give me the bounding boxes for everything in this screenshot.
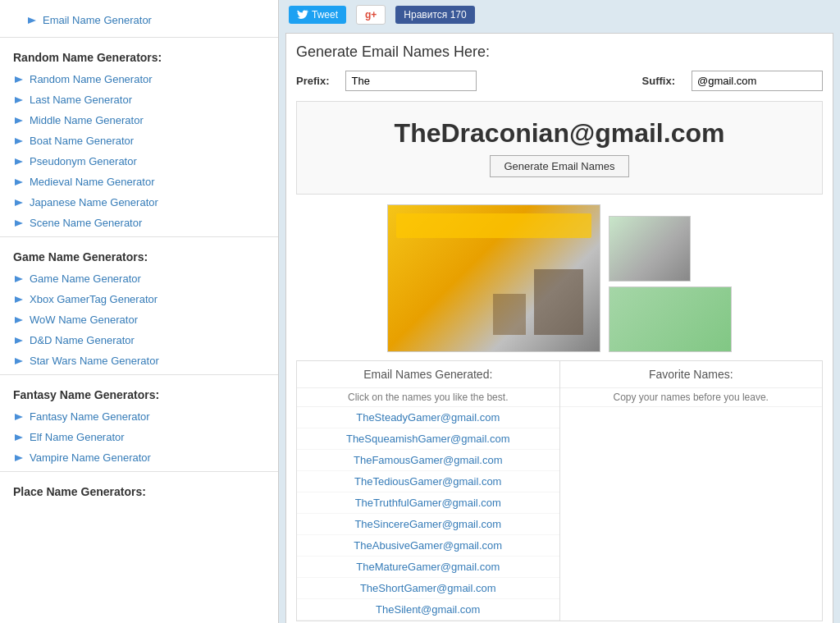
form-row: Prefix: Suffix: [296, 71, 823, 91]
sidebar-link-1-3[interactable]: D&D Name Generator [0, 330, 278, 350]
arrow-icon [13, 294, 25, 305]
results-subheader-left: Click on the names you like the best. [297, 388, 559, 407]
arrow-icon [26, 15, 38, 26]
result-item[interactable]: TheSteadyGamer@gmail.com [297, 407, 559, 428]
page-title: Generate Email Names Here: [296, 44, 823, 61]
svg-marker-0 [28, 17, 36, 24]
like-button[interactable]: Нравится 170 [395, 6, 474, 24]
sidebar-section-title-2: Fantasy Name Generators: [0, 378, 278, 406]
svg-marker-1 [15, 76, 23, 83]
svg-marker-10 [15, 296, 23, 303]
gplus-button[interactable]: g+ [356, 5, 386, 25]
ad-large [387, 204, 600, 352]
sidebar-link-0-5[interactable]: Medieval Name Generator [0, 172, 278, 192]
arrow-icon [13, 273, 25, 285]
svg-marker-14 [15, 414, 23, 420]
ad-small-2 [609, 286, 732, 352]
result-item[interactable]: TheShortGamer@gmail.com [297, 578, 559, 599]
sidebar-sections: Random Name Generators:Random Name Gener… [0, 37, 278, 503]
arrow-icon [13, 94, 25, 106]
prefix-label: Prefix: [296, 75, 329, 87]
sidebar-link-2-0[interactable]: Fantasy Name Generator [0, 406, 278, 427]
suffix-input[interactable] [692, 71, 823, 91]
svg-marker-3 [15, 117, 23, 124]
arrow-icon [13, 197, 25, 208]
result-item[interactable]: TheTruthfulGamer@gmail.com [297, 492, 559, 514]
sidebar-section-title-1: Game Name Generators: [0, 240, 278, 268]
arrow-icon [13, 314, 25, 326]
svg-marker-11 [15, 317, 23, 323]
generated-email-text: TheDraconian@gmail.com [313, 118, 806, 149]
arrow-icon [13, 411, 25, 423]
generated-email-box: TheDraconian@gmail.com Generate Email Na… [296, 101, 823, 195]
sidebar-top-link[interactable]: Email Name Generator [13, 10, 265, 30]
results-header-right: Favorite Names: [560, 361, 823, 388]
sidebar-link-0-6[interactable]: Japanese Name Generator [0, 192, 278, 213]
ad-small-1 [609, 216, 691, 282]
svg-marker-13 [15, 358, 23, 364]
svg-marker-7 [15, 199, 23, 206]
result-item[interactable]: TheMatureGamer@gmail.com [297, 557, 559, 578]
arrow-icon [13, 156, 25, 167]
result-item[interactable]: TheSilent@gmail.com [297, 599, 559, 621]
sidebar-link-0-4[interactable]: Pseudonym Generator [0, 151, 278, 172]
ad-area [296, 204, 823, 352]
results-section: Email Names Generated: Click on the name… [296, 360, 823, 621]
sidebar-link-1-4[interactable]: Star Wars Name Generator [0, 350, 278, 371]
sidebar-link-2-2[interactable]: Vampire Name Generator [0, 447, 278, 468]
result-item[interactable]: TheSincereGamer@gmail.com [297, 514, 559, 535]
sidebar-link-0-7[interactable]: Scene Name Generator [0, 213, 278, 233]
results-subheader-right: Copy your names before you leave. [560, 388, 823, 407]
arrow-icon [13, 115, 25, 126]
result-item[interactable]: TheTediousGamer@gmail.com [297, 471, 559, 492]
sidebar-link-1-1[interactable]: Xbox GamerTag Generator [0, 289, 278, 309]
top-bar: Tweet g+ Нравится 170 [279, 0, 840, 30]
result-item[interactable]: TheSqueamishGamer@gmail.com [297, 428, 559, 450]
arrow-icon [13, 74, 25, 85]
sidebar-link-0-1[interactable]: Last Name Generator [0, 89, 278, 110]
result-item[interactable]: TheFamousGamer@gmail.com [297, 450, 559, 471]
svg-marker-15 [15, 434, 23, 441]
arrow-icon [13, 355, 25, 367]
results-left: Email Names Generated: Click on the name… [297, 361, 560, 621]
sidebar-link-0-3[interactable]: Boat Name Generator [0, 131, 278, 151]
sidebar-section-title-0: Random Name Generators: [0, 41, 278, 69]
suffix-label: Suffix: [642, 75, 675, 87]
sidebar-link-0-0[interactable]: Random Name Generator [0, 69, 278, 89]
svg-marker-4 [15, 138, 23, 144]
svg-marker-8 [15, 220, 23, 227]
email-results-list: TheSteadyGamer@gmail.comTheSqueamishGame… [297, 407, 559, 621]
svg-marker-5 [15, 158, 23, 165]
arrow-icon [13, 335, 25, 346]
arrow-icon [13, 432, 25, 443]
sidebar: Email Name Generator Random Name Generat… [0, 0, 279, 623]
sidebar-link-1-2[interactable]: WoW Name Generator [0, 309, 278, 330]
sidebar-link-0-2[interactable]: Middle Name Generator [0, 110, 278, 131]
sidebar-section-title-3: Place Name Generators: [0, 475, 278, 503]
main-content: Tweet g+ Нравится 170 Generate Email Nam… [279, 0, 840, 623]
content-area: Generate Email Names Here: Prefix: Suffi… [285, 33, 833, 623]
svg-marker-6 [15, 179, 23, 186]
result-item[interactable]: TheAbusiveGamer@gmail.com [297, 535, 559, 557]
arrow-icon [13, 135, 25, 147]
results-header-left: Email Names Generated: [297, 361, 559, 388]
arrow-icon [13, 452, 25, 464]
svg-marker-2 [15, 97, 23, 103]
sidebar-link-2-1[interactable]: Elf Name Generator [0, 427, 278, 447]
sidebar-link-1-0[interactable]: Game Name Generator [0, 268, 278, 289]
tweet-button[interactable]: Tweet [289, 6, 346, 24]
svg-marker-16 [15, 455, 23, 461]
generate-button[interactable]: Generate Email Names [490, 155, 628, 177]
arrow-icon [13, 218, 25, 229]
results-right: Favorite Names: Copy your names before y… [560, 361, 823, 621]
svg-marker-12 [15, 337, 23, 344]
arrow-icon [13, 176, 25, 188]
svg-marker-9 [15, 276, 23, 282]
prefix-input[interactable] [345, 71, 477, 91]
